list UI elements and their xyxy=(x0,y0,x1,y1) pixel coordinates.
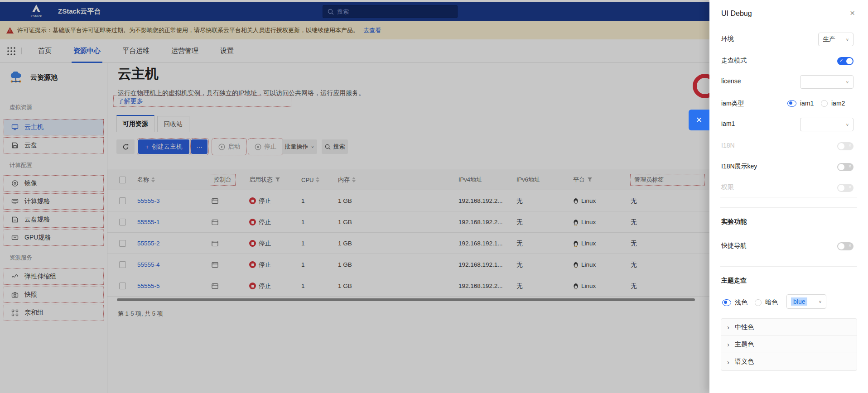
collapse-neutral-colors[interactable]: › 中性色 xyxy=(721,319,857,336)
play-circle-icon xyxy=(218,144,225,150)
iam1-select[interactable]: ∨ xyxy=(800,118,854,131)
sorter-icon[interactable] xyxy=(352,177,356,182)
column-platform[interactable]: 平台 xyxy=(573,169,593,190)
sidebar-item-label: 云盘 xyxy=(24,141,37,149)
tab-home[interactable]: 首页 xyxy=(38,39,52,63)
iam1-radio[interactable]: iam1 xyxy=(787,100,814,107)
drawer-close-handle[interactable]: × xyxy=(689,110,709,130)
row-checkbox[interactable] xyxy=(119,211,126,233)
console-icon[interactable] xyxy=(212,211,218,233)
learn-more-link[interactable]: 了解更多 xyxy=(118,97,143,105)
create-vm-button[interactable]: + 创建云主机 xyxy=(138,139,189,154)
ipv6-value: 无 xyxy=(516,275,523,297)
tab-platform-ops[interactable]: 平台运维 xyxy=(122,39,149,63)
theme-section-header: 主题走查 xyxy=(721,277,747,285)
sorter-icon[interactable] xyxy=(151,177,155,182)
global-search-input[interactable] xyxy=(337,8,441,15)
start-button[interactable]: 启动 xyxy=(213,139,246,154)
console-icon[interactable] xyxy=(212,254,218,275)
console-icon[interactable] xyxy=(212,275,218,297)
license-row: license ∨ xyxy=(709,74,868,90)
column-ipv6: IPv6地址 xyxy=(516,169,540,190)
check-icon: ✓ xyxy=(839,58,843,63)
more-actions-button[interactable]: ··· xyxy=(191,139,207,154)
sidebar-item-volume[interactable]: 云盘 xyxy=(4,137,104,153)
tab-settings[interactable]: 设置 xyxy=(220,39,234,63)
iam2-radio[interactable]: iam2 xyxy=(821,100,845,107)
sorter-icon[interactable] xyxy=(316,177,319,182)
row-checkbox[interactable] xyxy=(119,233,126,254)
sidebar-group-services: 资源服务 xyxy=(10,254,32,262)
sidebar-item-vm[interactable]: 云主机 xyxy=(4,119,104,135)
autoscale-wave-icon xyxy=(11,273,19,280)
sidebar-item-image[interactable]: 镜像 xyxy=(4,175,104,192)
sidebar-item-autoscaling[interactable]: 弹性伸缩组 xyxy=(4,268,104,285)
column-ipv4: IPv4地址 xyxy=(458,169,482,190)
column-name[interactable]: 名称 xyxy=(137,169,155,190)
close-icon[interactable]: × xyxy=(850,8,855,18)
license-select[interactable]: ∨ xyxy=(800,75,854,89)
quick-nav-toggle[interactable]: × xyxy=(837,242,854,250)
tab-resource-center[interactable]: 资源中心 xyxy=(73,39,101,63)
column-memory[interactable]: 内存 xyxy=(338,169,356,190)
stopped-status-icon xyxy=(249,219,256,225)
license-view-link[interactable]: 去查看 xyxy=(363,26,381,34)
env-select[interactable]: 生产∨ xyxy=(818,33,854,46)
walkthrough-toggle[interactable]: ✓ xyxy=(837,57,854,65)
row-checkbox[interactable] xyxy=(119,190,126,211)
tab-operations[interactable]: 运营管理 xyxy=(171,39,198,63)
row-checkbox[interactable] xyxy=(119,254,126,275)
column-cpu[interactable]: CPU xyxy=(301,169,319,190)
tab-available-resources[interactable]: 可用资源 xyxy=(116,115,154,132)
drawer-title: UI Debug xyxy=(721,10,752,18)
vm-name-link[interactable]: 55555-5 xyxy=(137,283,160,289)
chevron-right-icon: › xyxy=(727,340,729,348)
sidebar-item-label: 计算规格 xyxy=(24,197,50,206)
theme-light-radio[interactable]: 浅色 xyxy=(722,298,747,307)
i18n-toggle[interactable]: × xyxy=(837,142,854,150)
vm-name-link[interactable]: 55555-3 xyxy=(137,197,160,204)
filter-funnel-icon[interactable] xyxy=(587,177,593,182)
chevron-right-icon: › xyxy=(727,323,729,331)
column-console[interactable]: 控制台 xyxy=(210,169,236,190)
global-search-box[interactable] xyxy=(323,5,458,18)
sidebar-item-snapshot[interactable]: 快照 xyxy=(4,287,104,303)
platform-value: Linux xyxy=(573,275,596,297)
stop-button[interactable]: 停止 xyxy=(249,139,282,154)
column-status[interactable]: 启用状态 xyxy=(249,169,280,190)
iam1-row: iam1 ∨ xyxy=(709,117,868,132)
permission-toggle[interactable]: × xyxy=(837,184,854,192)
tab-recycle-bin[interactable]: 回收站 xyxy=(157,116,189,132)
search-button[interactable]: 搜索 xyxy=(322,139,348,154)
cloud-pool-icon xyxy=(9,72,24,83)
sidebar-item-affinity-group[interactable]: 亲和组 xyxy=(4,305,104,321)
vm-name-link[interactable]: 55555-2 xyxy=(137,240,160,247)
sidebar-item-volume-offering[interactable]: 云盘规格 xyxy=(4,211,104,228)
sidebar-item-instance-offering[interactable]: 计算规格 xyxy=(4,193,104,210)
license-warning-text: 许可证提示：基础版平台许可证即将过期。为不影响您的正常使用，请尽快联系云平台相关… xyxy=(17,26,359,34)
filter-funnel-icon[interactable] xyxy=(275,177,280,182)
collapse-semantic-colors[interactable]: › 语义色 xyxy=(721,353,857,370)
memory-value: 1 GB xyxy=(338,254,352,275)
theme-color-select[interactable]: blue ∨ xyxy=(786,294,826,309)
console-icon[interactable] xyxy=(212,190,218,211)
collapse-theme-colors[interactable]: › 主题色 xyxy=(721,336,857,353)
refresh-button[interactable] xyxy=(116,139,135,154)
memory-value: 1 GB xyxy=(338,275,352,297)
i18n-key-toggle[interactable]: × xyxy=(837,163,854,171)
zstack-logo[interactable]: ZStack xyxy=(27,4,45,18)
horizontal-scrollbar[interactable] xyxy=(117,298,695,301)
linux-icon xyxy=(573,283,579,289)
sidebar-item-gpu-offering[interactable]: GPU规格 xyxy=(4,230,104,246)
row-checkbox[interactable] xyxy=(119,275,126,297)
select-all-checkbox[interactable] xyxy=(119,169,126,190)
theme-dark-radio[interactable]: 暗色 xyxy=(755,298,778,307)
sidebar-group-virtual: 虚拟资源 xyxy=(10,104,32,111)
pagination-summary: 第 1-5 项, 共 5 项 xyxy=(118,310,163,318)
vm-name-link[interactable]: 55555-1 xyxy=(137,219,160,225)
console-icon[interactable] xyxy=(212,233,218,254)
vm-name-link[interactable]: 55555-4 xyxy=(137,261,160,268)
apps-grid-icon[interactable] xyxy=(6,46,16,56)
sidebar-item-label: 亲和组 xyxy=(24,309,43,317)
batch-actions-button[interactable]: 批量操作 ∨ xyxy=(282,139,317,154)
